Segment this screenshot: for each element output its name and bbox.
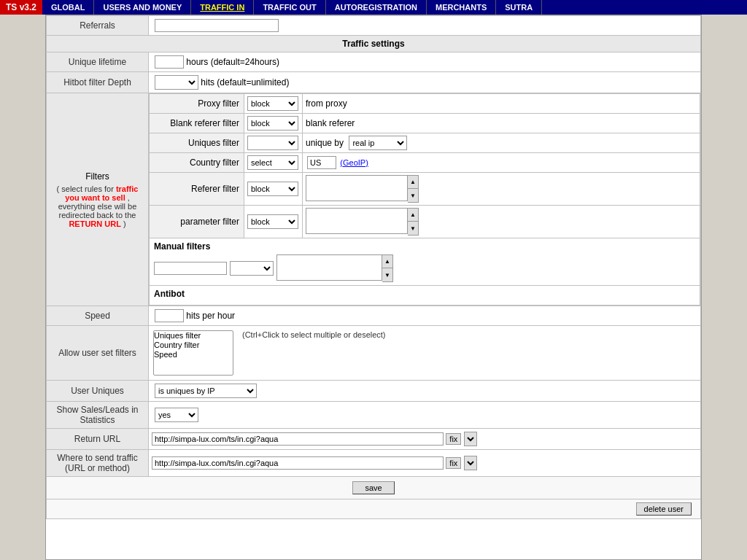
blank-referer-text-cell: blank referer bbox=[303, 114, 700, 133]
where-traffic-input[interactable] bbox=[152, 456, 444, 470]
speed-label: Speed bbox=[47, 306, 149, 326]
referer-filter-textarea[interactable] bbox=[306, 175, 408, 201]
unique-lifetime-value-cell: hours (default=24hours) bbox=[149, 52, 701, 72]
save-cell: save bbox=[47, 477, 701, 499]
proxy-filter-row: Proxy filter block allow from proxy bbox=[150, 94, 700, 114]
save-row: save bbox=[47, 477, 701, 499]
referrals-value-cell bbox=[149, 16, 701, 36]
filters-label-cell: Filters ( select rules for traffic you w… bbox=[47, 93, 149, 306]
referer-filter-text-cell: ▲ ▼ bbox=[303, 173, 700, 206]
allow-filters-hint: (Ctrl+Click to select multiple or desele… bbox=[242, 330, 386, 339]
brand-logo: TS v3.2 bbox=[0, 0, 42, 15]
user-uniques-label: User Uniques bbox=[47, 381, 149, 402]
speed-value-cell: hits per hour bbox=[149, 306, 701, 326]
manual-filter-input1[interactable] bbox=[154, 262, 227, 275]
speed-input[interactable] bbox=[155, 309, 184, 322]
blank-referer-text: blank referer bbox=[306, 118, 355, 128]
hitbot-depth-select[interactable] bbox=[155, 75, 198, 90]
uniques-filter-select-cell: block allow bbox=[244, 133, 303, 153]
hitbot-depth-row: Hitbot filter Depth hits (default=unlimi… bbox=[47, 72, 701, 93]
traffic-settings-header: Traffic settings bbox=[47, 36, 701, 52]
proxy-filter-text-cell: from proxy bbox=[303, 94, 700, 114]
country-input[interactable] bbox=[307, 156, 336, 169]
delete-cell: delete user bbox=[47, 499, 701, 519]
nav-traffic-in[interactable]: TRAFFIC IN bbox=[191, 0, 254, 15]
user-uniques-value-cell: is uniques by IP all hits uniques by IP bbox=[149, 381, 701, 402]
delete-row: delete user bbox=[47, 499, 701, 519]
uniques-filter-select[interactable]: block allow bbox=[247, 136, 298, 150]
manual-filters-inputs: ▲ ▼ bbox=[154, 254, 695, 282]
unique-lifetime-label: Unique lifetime bbox=[47, 52, 149, 72]
parameter-filter-text-cell: ▲ ▼ bbox=[303, 206, 700, 238]
allow-filters-label: Allow user set filters bbox=[47, 326, 149, 381]
parameter-scroll-down[interactable]: ▼ bbox=[408, 222, 418, 235]
parameter-scroll-up[interactable]: ▲ bbox=[408, 209, 418, 222]
where-traffic-value-cell: fix ▼ bbox=[149, 450, 701, 477]
blank-referer-select-cell: block allow bbox=[244, 114, 303, 133]
return-url-row: Return URL fix ▼ bbox=[47, 429, 701, 450]
referrals-label: Referrals bbox=[47, 16, 149, 36]
return-url-input[interactable] bbox=[152, 432, 444, 446]
manual-scroll-down[interactable]: ▼ bbox=[382, 268, 392, 281]
country-filter-row: Country filter select block allow (GeoIP… bbox=[150, 153, 700, 173]
filters-inner-table: Proxy filter block allow from proxy bbox=[149, 93, 700, 306]
manual-scroll-up[interactable]: ▲ bbox=[382, 255, 392, 268]
antibot-cell: Antibot bbox=[150, 286, 700, 306]
referer-scroll-up[interactable]: ▲ bbox=[408, 176, 418, 189]
allow-filters-list[interactable]: Uniques filter Country filter Speed bbox=[153, 330, 233, 376]
unique-lifetime-suffix: hours (default=24hours) bbox=[186, 57, 279, 67]
antibot-label: Antibot bbox=[154, 289, 695, 299]
blank-referer-select[interactable]: block allow bbox=[247, 116, 298, 131]
referer-scroll-down[interactable]: ▼ bbox=[408, 189, 418, 202]
uniques-filter-by-cell: unique by real ip ip+ua cookie bbox=[303, 133, 700, 153]
proxy-filter-select[interactable]: block allow bbox=[247, 96, 298, 111]
parameter-filter-textarea[interactable] bbox=[306, 208, 408, 234]
unique-lifetime-row: Unique lifetime hours (default=24hours) bbox=[47, 52, 701, 72]
nav-autoregistration[interactable]: AUTOREGISTRATION bbox=[326, 0, 427, 15]
show-sales-label: Show Sales/Leads in Statistics bbox=[47, 402, 149, 429]
show-sales-select[interactable]: yes no bbox=[155, 408, 198, 422]
user-uniques-select[interactable]: is uniques by IP all hits uniques by IP bbox=[155, 384, 257, 398]
proxy-filter-text: from proxy bbox=[306, 98, 347, 109]
nav-global[interactable]: GLOBAL bbox=[42, 0, 94, 15]
show-sales-value-cell: yes no bbox=[149, 402, 701, 429]
where-traffic-fix-button[interactable]: fix bbox=[446, 457, 461, 469]
return-url-value-cell: fix ▼ bbox=[149, 429, 701, 450]
manual-filter-select[interactable] bbox=[230, 261, 274, 276]
hitbot-depth-value-cell: hits (default=unlimited) bbox=[149, 72, 701, 93]
top-navigation: TS v3.2 GLOBAL USERS AND MONEY TRAFFIC I… bbox=[0, 0, 747, 15]
manual-filters-label: Manual filters bbox=[154, 241, 695, 252]
unique-lifetime-input[interactable] bbox=[155, 55, 184, 69]
manual-filter-textarea[interactable] bbox=[276, 254, 382, 281]
country-filter-select[interactable]: select block allow bbox=[247, 155, 298, 170]
allow-filters-row: Allow user set filters Uniques filter Co… bbox=[47, 326, 701, 381]
nav-users-money[interactable]: USERS AND MONEY bbox=[94, 0, 191, 15]
parameter-filter-select-cell: block allow bbox=[244, 206, 303, 238]
save-button[interactable]: save bbox=[352, 481, 394, 494]
referrals-input[interactable] bbox=[155, 19, 279, 32]
where-traffic-fix-dropdown[interactable]: ▼ bbox=[464, 456, 477, 470]
manual-filters-cell: Manual filters ▲ ▼ bbox=[150, 238, 700, 286]
where-traffic-row: Where to send traffic (URL or method) fi… bbox=[47, 450, 701, 477]
blank-referer-row: Blank referer filter block allow blank r… bbox=[150, 114, 700, 133]
country-filter-select-cell: select block allow bbox=[244, 153, 303, 173]
nav-sutra[interactable]: SUTRA bbox=[496, 0, 542, 15]
antibot-row: Antibot bbox=[150, 286, 700, 306]
uniques-by-label: unique by bbox=[306, 138, 344, 148]
filters-description: ( select rules for traffic you want to s… bbox=[53, 184, 142, 228]
delete-button[interactable]: delete user bbox=[636, 502, 692, 516]
return-url-fix-dropdown[interactable]: ▼ bbox=[464, 432, 477, 446]
blank-referer-label: Blank referer filter bbox=[150, 114, 244, 133]
referrals-row: Referrals bbox=[47, 16, 701, 36]
nav-merchants[interactable]: MERCHANTS bbox=[427, 0, 496, 15]
proxy-filter-select-cell: block allow bbox=[244, 94, 303, 114]
return-url-fix-button[interactable]: fix bbox=[446, 433, 461, 445]
speed-row: Speed hits per hour bbox=[47, 306, 701, 326]
referer-filter-select[interactable]: block allow bbox=[247, 182, 298, 196]
geoip-link[interactable]: (GeoIP) bbox=[340, 158, 368, 167]
uniques-by-select[interactable]: real ip ip+ua cookie bbox=[349, 136, 407, 150]
parameter-filter-select[interactable]: block allow bbox=[247, 214, 298, 229]
allow-filters-value-cell: Uniques filter Country filter Speed (Ctr… bbox=[149, 326, 701, 381]
nav-traffic-out[interactable]: TRAFFIC OUT bbox=[254, 0, 325, 15]
referer-filter-label: Referer filter bbox=[150, 173, 244, 206]
